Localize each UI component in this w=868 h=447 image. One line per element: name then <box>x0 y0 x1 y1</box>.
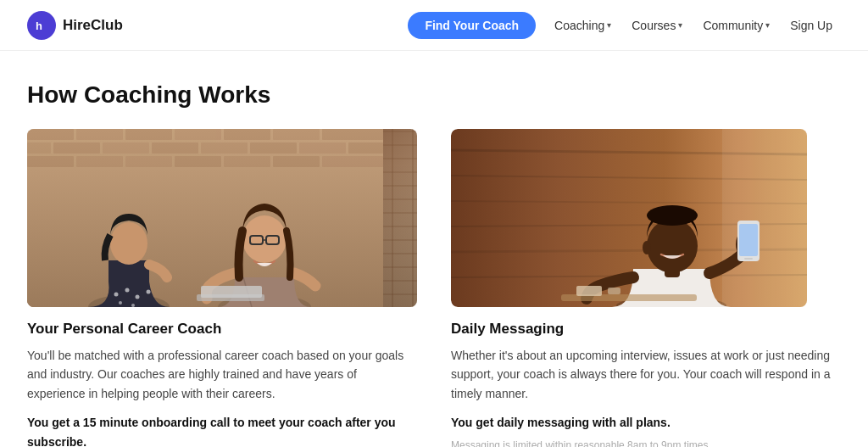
signup-nav-item[interactable]: Sign Up <box>782 14 841 37</box>
courses-label: Courses <box>632 19 676 32</box>
svg-point-32 <box>131 304 135 307</box>
svg-rect-48 <box>722 129 807 307</box>
logo[interactable]: h HireClub <box>27 11 123 40</box>
svg-rect-60 <box>608 288 620 294</box>
svg-point-52 <box>647 205 698 226</box>
svg-text:h: h <box>36 20 42 32</box>
svg-point-53 <box>643 241 651 254</box>
svg-point-27 <box>114 293 119 297</box>
svg-point-33 <box>110 222 147 265</box>
courses-chevron-icon: ▾ <box>678 20 682 30</box>
svg-point-51 <box>647 219 698 273</box>
cards-container: Your Personal Career Coach You'll be mat… <box>27 129 841 447</box>
svg-point-28 <box>125 288 130 293</box>
courses-nav-item[interactable]: Courses ▾ <box>623 14 691 37</box>
card-left-highlight: You get a 15 minute onboarding call to m… <box>27 413 417 447</box>
svg-rect-59 <box>576 286 602 296</box>
coaching-chevron-icon: ▾ <box>607 20 611 30</box>
svg-point-31 <box>119 301 122 305</box>
svg-point-30 <box>147 290 151 294</box>
community-chevron-icon: ▾ <box>765 20 770 30</box>
page-title: How Coaching Works <box>27 81 841 109</box>
community-label: Community <box>703 19 763 32</box>
card-right-title: Daily Messaging <box>451 321 841 338</box>
coaching-label: Coaching <box>554 19 604 32</box>
card-personal-coach: Your Personal Career Coach You'll be mat… <box>27 129 417 447</box>
svg-rect-57 <box>744 258 753 260</box>
card-right-highlight: You get daily messaging with all plans. <box>451 413 841 432</box>
card-left-desc: You'll be matched with a professional ca… <box>27 346 417 403</box>
find-your-coach-button[interactable]: Find Your Coach <box>408 12 536 39</box>
svg-rect-36 <box>201 286 262 298</box>
logo-icon: h <box>27 11 56 40</box>
card-left-image <box>27 129 417 307</box>
community-nav-item[interactable]: Community ▾ <box>694 14 778 37</box>
main-nav: Find Your Coach Coaching ▾ Courses ▾ Com… <box>408 12 841 39</box>
card-right-desc: Whether it's about an upcoming interview… <box>451 346 841 403</box>
svg-point-37 <box>242 215 287 263</box>
card-right-image <box>451 129 841 307</box>
card-daily-messaging: Daily Messaging Whether it's about an up… <box>451 129 841 447</box>
svg-rect-25 <box>27 129 383 307</box>
svg-point-29 <box>136 295 140 299</box>
coaching-nav-item[interactable]: Coaching ▾ <box>546 14 620 37</box>
card-right-note: Messaging is limited within reasonable 8… <box>451 438 841 447</box>
logo-text: HireClub <box>63 17 123 34</box>
svg-rect-56 <box>739 224 758 256</box>
card-left-title: Your Personal Career Coach <box>27 321 417 338</box>
